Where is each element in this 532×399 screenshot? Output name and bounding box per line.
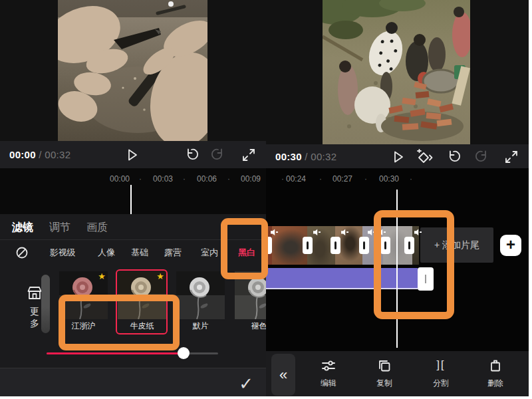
filter-name: 默片	[176, 319, 225, 332]
left-time-current: 00:00	[9, 149, 36, 160]
add-clip-button[interactable]: +	[500, 235, 521, 256]
left-timeline-ruler[interactable]: 00:00 · 00:03 · 00:06 · 00:09	[0, 168, 266, 214]
tool-label: 删除	[475, 378, 515, 389]
slider-knob[interactable]	[178, 347, 190, 359]
tab-adjust[interactable]: 调节	[49, 221, 70, 235]
left-playhead[interactable]	[130, 185, 132, 214]
right-time-current: 00:30	[275, 151, 302, 162]
category-blackwhite[interactable]: 黑白	[238, 247, 255, 259]
copy-icon	[364, 356, 404, 375]
transition-marker[interactable]	[404, 237, 414, 254]
mute-icon	[340, 229, 349, 236]
redo-icon[interactable]	[210, 147, 226, 163]
tab-filter[interactable]: 滤镜	[12, 221, 33, 235]
divider	[0, 239, 266, 240]
ruler-tick: 00:03	[153, 174, 173, 184]
filter-none-icon[interactable]	[15, 246, 29, 259]
filter-item-tuise[interactable]: 褪色	[235, 271, 266, 332]
right-timeline-ruler[interactable]: · 00:24 · 00:27 · 00:30 ·	[266, 168, 532, 195]
ruler-tick: 00:00	[110, 174, 130, 184]
right-editor-panel: 00:30 / 00:32 · 00:24 · 00:27	[266, 0, 532, 399]
split-icon: ][	[421, 356, 461, 375]
ruler-dot: ·	[410, 174, 412, 184]
star-icon: ★	[156, 271, 164, 281]
add-ending-button[interactable]: + 添加片尾	[420, 227, 493, 263]
tool-label: 复制	[364, 378, 404, 389]
filter-item-jiangzhehu[interactable]: ★ 江浙沪	[59, 271, 108, 332]
slider-fill	[47, 352, 184, 354]
mute-icon	[367, 229, 376, 236]
right-playhead[interactable]	[396, 190, 398, 348]
mute-icon	[313, 229, 321, 236]
category-camping[interactable]: 露营	[164, 247, 182, 259]
filter-thumbnail	[176, 271, 225, 319]
left-time-total: / 00:32	[39, 149, 70, 160]
video-editor-tutorial-screenshot: 00:00 / 00:32 00:00 · 00:03 · 00:06 · 00	[0, 0, 532, 399]
category-indoor[interactable]: 室内	[201, 247, 218, 259]
right-video-preview-image	[323, 0, 470, 144]
filter-name: 褪色	[235, 319, 266, 332]
fullscreen-icon[interactable]	[503, 149, 519, 165]
keyframe-icon[interactable]	[415, 149, 434, 165]
screenshot-edge	[529, 0, 532, 399]
ruler-dot: ·	[183, 174, 186, 184]
ruler-dot: ·	[227, 174, 230, 184]
transition-marker[interactable]	[380, 237, 390, 254]
mute-icon	[378, 229, 386, 236]
undo-icon[interactable]	[446, 149, 462, 165]
category-basic[interactable]: 基础	[131, 247, 148, 259]
delete-button[interactable]: 删除	[475, 356, 515, 389]
ruler-dot: ·	[281, 174, 284, 184]
ruler-dot: ·	[319, 174, 322, 184]
filter-name: 牛皮纸	[118, 319, 166, 332]
left-playback-bar: 00:00 / 00:32	[0, 141, 266, 168]
category-portrait[interactable]: 人像	[98, 247, 115, 259]
split-button[interactable]: ][ 分割	[421, 356, 461, 389]
transition-marker[interactable]	[359, 237, 369, 254]
ruler-tick: 00:30	[379, 174, 399, 184]
right-playback-bar: 00:30 / 00:32	[266, 144, 532, 168]
right-video-preview[interactable]	[266, 0, 532, 144]
track-trim-handle[interactable]	[418, 267, 434, 291]
right-time-total: / 00:32	[305, 151, 336, 162]
mute-icon	[270, 229, 279, 236]
filter-intensity-slider[interactable]	[47, 352, 218, 354]
transition-marker[interactable]	[266, 237, 272, 254]
left-editor-panel: 00:00 / 00:32 00:00 · 00:03 · 00:06 · 00	[0, 0, 266, 399]
ruler-dot: ·	[139, 174, 142, 184]
copy-button[interactable]: 复制	[364, 356, 404, 389]
undo-icon[interactable]	[184, 147, 200, 163]
left-time-display: 00:00 / 00:32	[9, 149, 70, 160]
fullscreen-icon[interactable]	[241, 147, 257, 163]
play-icon[interactable]	[390, 149, 406, 165]
play-icon[interactable]	[124, 147, 140, 163]
mute-icon	[414, 229, 422, 236]
sliders-icon	[309, 356, 348, 375]
ruler-tick: 00:06	[197, 174, 217, 184]
category-cinematic[interactable]: 影视级	[50, 247, 76, 259]
ruler-tick: 00:27	[332, 174, 352, 184]
tab-quality[interactable]: 画质	[86, 221, 108, 235]
filter-thumbnail	[235, 271, 266, 319]
transition-marker[interactable]	[331, 237, 340, 254]
tool-label: 分割	[421, 378, 461, 389]
clip-toolbar: « 编辑 复制 ][ 分割 删除	[266, 351, 529, 399]
right-time-display: 00:30 / 00:32	[275, 151, 336, 162]
audio-track[interactable]	[266, 268, 418, 289]
filter-scroll-indicator[interactable]	[41, 275, 50, 333]
left-video-preview-image	[58, 0, 207, 141]
confirm-check-button[interactable]: ✓	[239, 374, 253, 394]
filter-item-mopian[interactable]: 默片	[176, 271, 225, 332]
ruler-dot: ·	[364, 174, 367, 184]
tool-label: 编辑	[309, 378, 348, 389]
filter-confirm-bar: ✓	[0, 368, 266, 399]
trash-icon	[475, 356, 515, 375]
transition-marker[interactable]	[303, 237, 313, 254]
collapse-toolbar-button[interactable]: «	[271, 354, 295, 396]
filter-name: 江浙沪	[59, 319, 108, 332]
star-icon: ★	[98, 271, 106, 281]
edit-button[interactable]: 编辑	[309, 356, 348, 389]
redo-icon[interactable]	[474, 149, 490, 165]
filter-item-niupizhi[interactable]: ★ 牛皮纸	[118, 271, 166, 332]
left-video-preview[interactable]	[0, 0, 266, 141]
